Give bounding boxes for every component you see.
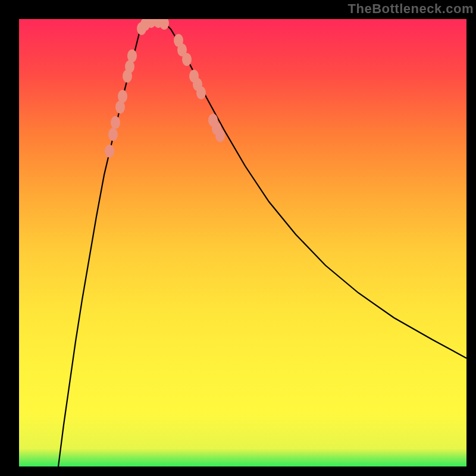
chart-frame: TheBottleneck.com (0, 0, 476, 476)
marker-dot (108, 128, 118, 141)
marker-dot (182, 53, 192, 66)
plot-area (19, 19, 466, 466)
marker-dot (118, 90, 127, 103)
marker-dot (159, 19, 169, 30)
marker-dot (127, 49, 137, 62)
chart-svg (19, 19, 466, 466)
marker-dot (105, 145, 114, 158)
marker-group (105, 19, 225, 158)
marker-dot (196, 86, 206, 99)
bottleneck-curve (58, 21, 466, 466)
marker-dot (111, 116, 120, 129)
watermark-text: TheBottleneck.com (348, 1, 474, 17)
marker-dot (215, 129, 225, 142)
curve-group (58, 21, 466, 466)
